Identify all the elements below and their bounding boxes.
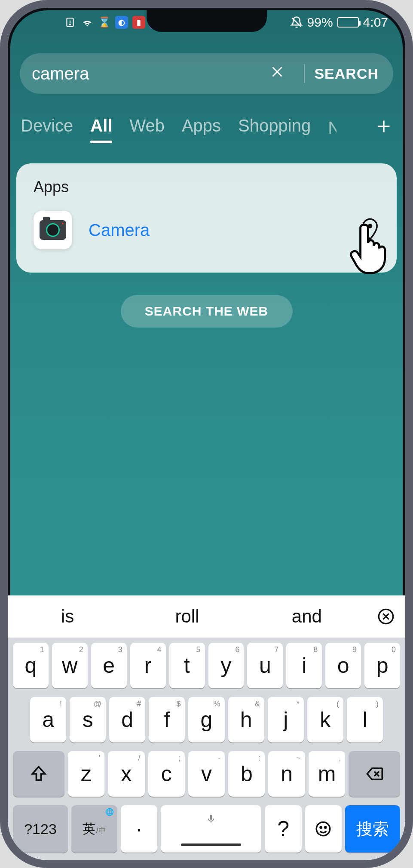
question-key[interactable]: ?: [265, 805, 301, 853]
key-q[interactable]: 1q: [13, 643, 49, 688]
emoji-key[interactable]: [305, 805, 342, 853]
hourglass-icon: ⌛: [98, 16, 111, 29]
wifi-icon: [81, 16, 94, 29]
search-tabs: Device All Web Apps Shopping N: [8, 113, 405, 143]
svg-point-16: [317, 822, 330, 836]
divider: [304, 64, 305, 83]
key-k[interactable]: (k: [307, 697, 343, 742]
key-w[interactable]: 2w: [52, 643, 88, 688]
search-bar: SEARCH: [20, 53, 393, 94]
browser-icon: ◐: [115, 16, 128, 29]
backspace-key[interactable]: [349, 751, 400, 797]
key-f[interactable]: $f: [149, 697, 185, 742]
key-j[interactable]: *j: [268, 697, 304, 742]
suggestion-1[interactable]: is: [8, 606, 127, 627]
key-p[interactable]: 0p: [364, 643, 400, 688]
key-u[interactable]: 7u: [247, 643, 283, 688]
key-b[interactable]: :b: [228, 751, 265, 797]
tab-shopping[interactable]: Shopping: [238, 116, 311, 140]
results-section-title: Apps: [34, 178, 379, 196]
battery-percent: 99%: [307, 15, 333, 30]
tab-web[interactable]: Web: [129, 116, 165, 140]
key-n[interactable]: ~n: [268, 751, 305, 797]
tab-device[interactable]: Device: [21, 116, 73, 140]
numeric-key[interactable]: ?123: [13, 805, 68, 853]
key-t[interactable]: 5t: [169, 643, 205, 688]
results-card: Apps Camera: [16, 163, 397, 273]
search-action-key[interactable]: 搜索: [345, 805, 400, 853]
book-icon: ▮: [132, 16, 145, 29]
search-input[interactable]: [32, 64, 260, 83]
key-x[interactable]: /x: [108, 751, 144, 797]
suggestion-3[interactable]: and: [247, 606, 367, 627]
sim-alert-icon: [64, 16, 76, 29]
result-row-camera[interactable]: Camera: [34, 211, 379, 249]
key-c[interactable]: ;c: [148, 751, 185, 797]
battery-icon: [337, 17, 359, 28]
result-app-name: Camera: [89, 221, 344, 240]
search-button[interactable]: SEARCH: [314, 65, 379, 82]
key-v[interactable]: -v: [188, 751, 225, 797]
clock-time: 4:07: [363, 15, 388, 30]
key-h[interactable]: &h: [228, 697, 264, 742]
svg-point-2: [70, 24, 70, 25]
mic-icon: [206, 812, 216, 825]
search-web-button[interactable]: SEARCH THE WEB: [121, 295, 293, 328]
key-s[interactable]: @s: [70, 697, 106, 742]
key-m[interactable]: ,m: [309, 751, 345, 797]
key-l[interactable]: )l: [347, 697, 383, 742]
tab-all[interactable]: All: [90, 116, 112, 140]
space-key[interactable]: [161, 805, 262, 853]
camera-app-icon: [34, 211, 72, 249]
period-key[interactable]: ·: [121, 805, 157, 853]
key-o[interactable]: 9o: [325, 643, 361, 688]
key-r[interactable]: 4r: [130, 643, 166, 688]
svg-point-18: [325, 827, 327, 828]
globe-icon: 🌐: [105, 808, 114, 816]
hand-cursor-icon: [349, 219, 392, 271]
clear-icon[interactable]: [269, 63, 285, 84]
svg-point-17: [320, 827, 322, 828]
shift-key[interactable]: [13, 751, 64, 797]
key-a[interactable]: !a: [30, 697, 66, 742]
alarm-off-icon: [290, 16, 303, 29]
svg-rect-14: [210, 815, 212, 820]
key-e[interactable]: 3e: [91, 643, 127, 688]
keyboard: is roll and 1q2w3e4r5t6y7u8i9o0p !a@s#d$…: [8, 595, 405, 860]
key-i[interactable]: 8i: [286, 643, 322, 688]
key-z[interactable]: 'z: [68, 751, 104, 797]
language-key[interactable]: 🌐 英/中: [71, 805, 117, 853]
key-g[interactable]: %g: [188, 697, 224, 742]
key-y[interactable]: 6y: [208, 643, 244, 688]
tab-apps[interactable]: Apps: [182, 116, 221, 140]
suggestion-2[interactable]: roll: [127, 606, 247, 627]
key-d[interactable]: #d: [109, 697, 145, 742]
suggestion-close-icon[interactable]: [367, 608, 405, 625]
suggestion-bar: is roll and: [8, 595, 405, 638]
add-tab-icon[interactable]: [375, 115, 392, 140]
tab-more-cutoff[interactable]: N: [328, 118, 337, 138]
